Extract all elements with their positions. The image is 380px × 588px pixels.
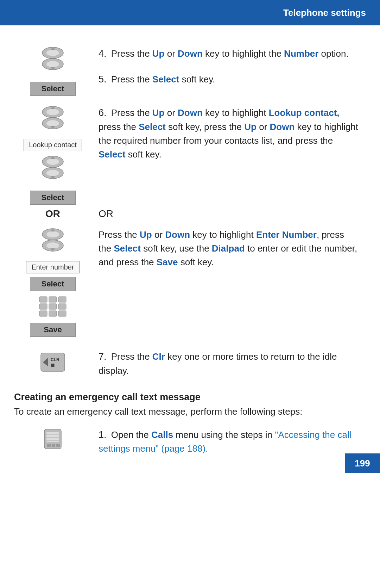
step7-icon-col: CLR ⬛ [14, 346, 91, 378]
step7-num: 7. [99, 351, 107, 362]
select-softkey-3[interactable]: Select [30, 277, 76, 291]
svg-rect-18 [58, 297, 66, 302]
or-left-label: OR [45, 208, 60, 219]
step6-row: Lookup contact Select 6. Press the Up or… [14, 102, 359, 205]
calls-icon [42, 428, 64, 450]
nav-disc-icon-4 [37, 228, 69, 260]
svg-rect-20 [49, 304, 57, 309]
svg-rect-31 [47, 444, 51, 447]
enter-number-label: Enter number [26, 261, 79, 273]
step6-text: 6. Press the Up or Down key to highlight… [91, 102, 359, 205]
svg-rect-32 [52, 444, 55, 447]
svg-text:⬛: ⬛ [51, 363, 55, 367]
svg-point-3 [46, 61, 59, 67]
svg-point-11 [46, 170, 59, 176]
or-paragraph-text: Press the Up or Down key to highlight En… [91, 224, 359, 337]
svg-rect-17 [49, 297, 57, 302]
main-content: Select 4. Press the Up or Down key to hi… [0, 25, 380, 473]
section-step1-row: 1. Open the Calls menu using the steps i… [14, 424, 359, 456]
svg-rect-16 [39, 297, 47, 302]
select-softkey-2[interactable]: Select [30, 191, 76, 205]
nav-disc-icon-1 [37, 47, 69, 78]
enter-number-icon-col: Enter number Select Save [14, 224, 91, 337]
svg-point-1 [46, 50, 59, 56]
step4-5-text: 4. Press the Up or Down key to highlight… [91, 43, 359, 96]
svg-rect-19 [39, 304, 47, 309]
step6-num: 6. [99, 107, 107, 118]
or-right-label: OR [91, 208, 113, 219]
or-icon-col: OR [14, 208, 91, 219]
nav-disc-icon-2 [37, 106, 69, 137]
svg-point-7 [46, 120, 59, 126]
page-title: Telephone settings [283, 7, 366, 18]
svg-rect-22 [39, 311, 47, 316]
step4-icon-col: Select [14, 43, 91, 96]
step5-text: 5. Press the Select soft key. [99, 72, 359, 87]
enter-number-row: Enter number Select Save Press the Up or… [14, 224, 359, 337]
lookup-contact-label: Lookup contact [24, 139, 82, 151]
dialpad-icon [39, 296, 67, 321]
svg-point-5 [46, 109, 59, 115]
step6-icon-col: Lookup contact Select [14, 102, 91, 205]
svg-point-9 [46, 159, 59, 165]
svg-rect-23 [49, 311, 57, 316]
section-step1-num: 1. [99, 429, 107, 440]
svg-text:CLR: CLR [51, 357, 59, 362]
clr-key-icon: CLR ⬛ [40, 349, 65, 375]
svg-point-13 [46, 231, 59, 237]
step7-text: 7. Press the Clr key one or more times t… [91, 346, 359, 378]
step4-5-row: Select 4. Press the Up or Down key to hi… [14, 43, 359, 96]
section-heading: Creating an emergency call text message [14, 392, 359, 403]
nav-disc-icon-3 [37, 155, 69, 187]
step7-row: CLR ⬛ 7. Press the Clr key one or more t… [14, 346, 359, 378]
section-step1-icon-col [14, 424, 91, 456]
save-softkey[interactable]: Save [30, 323, 76, 337]
step4-num: 4. [99, 48, 107, 59]
page-number: 199 [345, 453, 380, 473]
section-step1-text: 1. Open the Calls menu using the steps i… [91, 424, 359, 456]
step5-num: 5. [99, 74, 107, 85]
or-separator-row: OR OR [14, 208, 359, 219]
svg-rect-21 [58, 304, 66, 309]
svg-point-15 [46, 242, 59, 249]
section-body: To create an emergency call text message… [14, 406, 359, 417]
header-bar: Telephone settings [0, 0, 380, 25]
svg-rect-33 [56, 444, 60, 447]
select-softkey-1[interactable]: Select [30, 82, 76, 96]
step4-text: 4. Press the Up or Down key to highlight… [99, 47, 359, 61]
svg-rect-24 [58, 311, 66, 316]
